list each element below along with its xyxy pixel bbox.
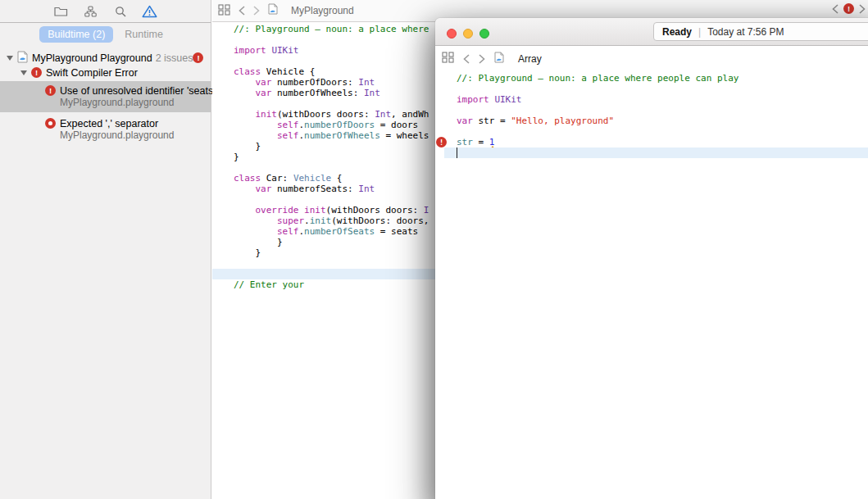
forward-chevron-icon[interactable] bbox=[253, 6, 260, 16]
project-navigator-icon[interactable] bbox=[53, 4, 70, 19]
code-token: var bbox=[256, 77, 272, 88]
code-token: // Enter your bbox=[234, 279, 304, 290]
code-token: init bbox=[310, 215, 332, 226]
code-token: { bbox=[331, 173, 342, 184]
code-token: = bbox=[473, 137, 489, 147]
code-token: UIKit bbox=[494, 94, 521, 105]
array-jump-bar: Array bbox=[435, 46, 868, 71]
code-token bbox=[234, 77, 256, 88]
code-token: = wheels bbox=[380, 130, 429, 141]
code-token: str bbox=[457, 137, 473, 147]
code-token bbox=[234, 88, 256, 98]
code-token: = doors bbox=[375, 120, 418, 130]
find-navigator-icon[interactable] bbox=[112, 4, 129, 19]
code-token bbox=[234, 184, 256, 194]
code-token: import bbox=[457, 94, 489, 105]
code-line[interactable] bbox=[444, 126, 868, 137]
error-count-badge: ! bbox=[193, 52, 203, 63]
code-token: import bbox=[234, 45, 266, 56]
navigator-toolbar bbox=[0, 0, 211, 23]
related-items-icon[interactable] bbox=[442, 51, 454, 66]
tree-row-compiler-error-group[interactable]: ! Swift Compiler Error bbox=[0, 66, 211, 79]
code-token: (withDoors doors: bbox=[277, 109, 375, 120]
status-divider: | bbox=[698, 26, 701, 38]
issue-row-expected-separator[interactable]: Expected ',' separator MyPlayground.play… bbox=[0, 114, 211, 145]
issue-navigator-icon[interactable] bbox=[142, 4, 158, 19]
code-token: init bbox=[304, 205, 326, 215]
xcode-screen: Buildtime (2) Runtime MyPlayground Playg… bbox=[0, 0, 868, 499]
code-token: (withDoors doors: bbox=[326, 205, 424, 215]
code-token: //: Playground — noun: a place where bbox=[234, 24, 429, 34]
code-line[interactable]: str = 1! bbox=[444, 137, 868, 147]
symbol-navigator-icon[interactable] bbox=[83, 4, 99, 19]
code-token: numberOfDoors bbox=[304, 120, 375, 130]
error-icon: ! bbox=[45, 85, 56, 96]
code-token: str = bbox=[473, 116, 511, 126]
tree-root-title: MyPlayground Playground bbox=[32, 52, 152, 64]
code-line[interactable]: import UIKit bbox=[444, 94, 868, 105]
code-line[interactable] bbox=[444, 84, 868, 94]
window-titlebar[interactable]: Ready | Today at 7:56 PM bbox=[435, 18, 868, 46]
code-line[interactable]: var str = "Hello, playground" bbox=[444, 116, 868, 126]
close-button[interactable] bbox=[447, 29, 457, 39]
playground-file-icon bbox=[268, 3, 278, 18]
code-token: . bbox=[304, 215, 310, 226]
related-items-icon[interactable] bbox=[218, 3, 230, 19]
disclosure-triangle-icon[interactable] bbox=[20, 70, 27, 75]
code-line[interactable] bbox=[444, 105, 868, 116]
code-token: } bbox=[234, 247, 261, 258]
code-line[interactable]: //: Playground — noun: a place where peo… bbox=[444, 73, 868, 84]
issue-row-unresolved-identifier[interactable]: ! Use of unresolved identifier 'seats' M… bbox=[0, 81, 211, 112]
gutter-error-badge[interactable]: ! bbox=[436, 137, 447, 147]
code-token: Int bbox=[375, 109, 391, 120]
forward-chevron-icon[interactable] bbox=[479, 54, 485, 64]
code-token: Vehicle bbox=[293, 173, 331, 184]
tree-row-playground-root[interactable]: MyPlayground Playground 2 issues ! bbox=[0, 51, 211, 65]
status-timestamp: Today at 7:56 PM bbox=[707, 26, 784, 38]
code-token: class bbox=[234, 66, 261, 77]
array-code-editor[interactable]: //: Playground — noun: a place where peo… bbox=[435, 71, 868, 158]
issue-stepper-error-badge[interactable]: ! bbox=[843, 3, 854, 14]
code-token: Int bbox=[358, 184, 375, 194]
activity-viewer: Ready | Today at 7:56 PM bbox=[653, 22, 868, 41]
code-token: = seats bbox=[375, 226, 418, 237]
code-line[interactable] bbox=[444, 147, 868, 158]
text-cursor bbox=[457, 147, 457, 158]
zoom-button[interactable] bbox=[479, 29, 489, 39]
code-token: numberOfWheels bbox=[304, 130, 380, 141]
error-icon: ! bbox=[31, 67, 42, 78]
issue-file: MyPlayground.playground bbox=[45, 129, 211, 142]
tree-group-title: Swift Compiler Error bbox=[46, 67, 138, 79]
issue-navigator-tree: MyPlayground Playground 2 issues ! ! Swi… bbox=[0, 46, 211, 145]
jump-bar-file-label[interactable]: Array bbox=[518, 53, 542, 65]
disclosure-triangle-icon[interactable] bbox=[7, 56, 13, 61]
issue-title: Expected ',' separator bbox=[60, 118, 158, 129]
back-chevron-icon[interactable] bbox=[463, 54, 470, 64]
filter-buildtime-segment[interactable]: Buildtime (2) bbox=[39, 26, 113, 43]
code-token: var bbox=[256, 184, 272, 194]
code-token: Int bbox=[364, 88, 380, 98]
code-token bbox=[234, 226, 277, 237]
code-token: numberOfWheels: bbox=[271, 88, 364, 98]
code-token: var bbox=[256, 88, 272, 98]
code-token: numberofSeats: bbox=[271, 184, 358, 194]
issue-title: Use of unresolved identifier 'seats' bbox=[60, 85, 216, 97]
code-token: init bbox=[256, 109, 278, 120]
code-token bbox=[234, 130, 277, 141]
minimize-button[interactable] bbox=[463, 29, 473, 39]
next-issue-icon[interactable] bbox=[859, 4, 866, 14]
code-token: numberOfDoors: bbox=[271, 77, 358, 88]
issue-file: MyPlayground.playground bbox=[45, 97, 211, 109]
code-token: self bbox=[277, 120, 299, 130]
code-token bbox=[234, 215, 277, 226]
back-chevron-icon[interactable] bbox=[239, 6, 245, 16]
navigator-sidebar: Buildtime (2) Runtime MyPlayground Playg… bbox=[0, 0, 211, 499]
jump-bar-file-label[interactable]: MyPlayground bbox=[291, 5, 354, 16]
code-token: Car: bbox=[261, 173, 293, 184]
error-dot-icon bbox=[45, 118, 56, 129]
code-token: UIKit bbox=[271, 45, 298, 56]
code-token: } bbox=[234, 141, 261, 152]
filter-runtime-segment[interactable]: Runtime bbox=[116, 26, 171, 43]
previous-issue-icon[interactable] bbox=[832, 4, 838, 14]
code-token: self bbox=[277, 130, 299, 141]
